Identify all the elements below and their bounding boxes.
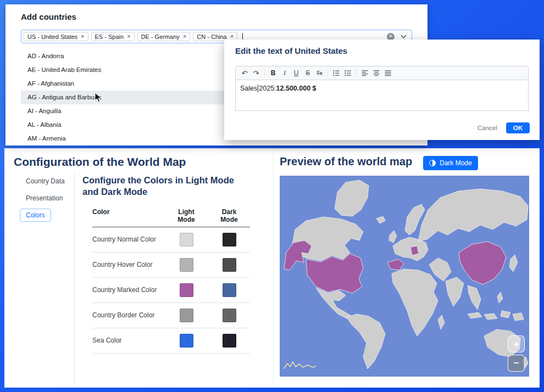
half-circle-contrast-icon bbox=[429, 160, 436, 166]
ordered-list-icon[interactable] bbox=[333, 70, 340, 76]
edit-text-dialog: Edit the text of United States ↶ ↷ B I U… bbox=[224, 40, 540, 140]
bold-button[interactable]: B bbox=[270, 69, 276, 77]
screen: Add countries US - United States × ES - … bbox=[0, 0, 544, 392]
colors-section-title: Configure the Colors in Light Mode and D… bbox=[82, 175, 245, 198]
unordered-list-icon[interactable] bbox=[345, 70, 351, 76]
redo-icon[interactable]: ↷ bbox=[253, 69, 259, 77]
preview-title: Preview of the world map bbox=[280, 155, 412, 168]
tab-colors[interactable]: Colors bbox=[20, 209, 51, 222]
sidebar-divider bbox=[74, 173, 75, 384]
dark-mode-swatch[interactable] bbox=[223, 283, 236, 297]
chip-label: CN - China bbox=[197, 33, 226, 40]
dark-mode-toggle-button[interactable]: Dark Mode bbox=[423, 156, 478, 170]
toolbar-divider bbox=[264, 69, 265, 77]
country-spain-marked bbox=[387, 259, 404, 270]
chip-remove-icon[interactable]: × bbox=[127, 33, 130, 40]
align-left-icon[interactable] bbox=[362, 70, 368, 76]
region-russia-asia bbox=[418, 189, 528, 242]
color-row-label: Country Normal Color bbox=[92, 234, 164, 244]
table-row: Country Hover Color bbox=[92, 253, 250, 278]
light-mode-swatch[interactable] bbox=[180, 283, 193, 297]
table-row: Country Normal Color bbox=[92, 227, 250, 253]
region-southeast-asia bbox=[468, 285, 481, 310]
map-attribution-signature bbox=[283, 359, 317, 371]
color-row-label: Country Marked Color bbox=[92, 285, 164, 295]
light-mode-swatch[interactable] bbox=[180, 309, 193, 322]
table-row: Country Border Color bbox=[92, 303, 250, 328]
column-header-color: Color bbox=[92, 208, 164, 223]
zoom-in-button[interactable]: + bbox=[508, 335, 525, 352]
color-row-label: Country Border Color bbox=[92, 310, 164, 320]
editor-text-bold: 12.500.000 $ bbox=[276, 84, 317, 94]
editor-text: 2025: bbox=[259, 84, 276, 94]
region-indonesia bbox=[468, 312, 482, 318]
zoom-out-button[interactable]: − bbox=[508, 355, 525, 372]
column-header-dark-mode: Dark Mode bbox=[208, 208, 250, 223]
align-justify-icon[interactable] bbox=[385, 70, 391, 76]
undo-icon[interactable]: ↶ bbox=[241, 69, 248, 77]
chip-label: DE - Germany bbox=[141, 33, 180, 40]
light-mode-swatch[interactable] bbox=[180, 233, 193, 247]
color-table-header: Color Light Mode Dark Mode bbox=[92, 208, 250, 227]
edit-dialog-footer: Cancel OK bbox=[478, 122, 530, 133]
dark-mode-swatch[interactable] bbox=[223, 334, 236, 348]
column-header-light-mode: Light Mode bbox=[164, 208, 208, 223]
chip-label: ES - Spain bbox=[95, 33, 124, 40]
dark-mode-swatch[interactable] bbox=[223, 233, 236, 247]
color-row-label: Sea Color bbox=[92, 335, 164, 345]
add-countries-title: Add countries bbox=[21, 12, 76, 21]
clear-formatting-icon[interactable]: Tx bbox=[316, 70, 323, 76]
underline-button[interactable]: U bbox=[293, 69, 299, 77]
rte-toolbar: ↶ ↷ B I U S Tx bbox=[235, 66, 529, 80]
tab-country-data[interactable]: Country Data bbox=[20, 175, 71, 188]
edit-dialog-title: Edit the text of United States bbox=[235, 46, 347, 55]
mouse-pointer-cursor bbox=[95, 92, 103, 103]
dark-mode-swatch[interactable] bbox=[223, 309, 236, 322]
italic-button[interactable]: I bbox=[281, 69, 288, 77]
country-united-kingdom bbox=[389, 231, 397, 243]
config-tabs: Country Data Presentation Colors bbox=[20, 175, 71, 222]
light-mode-swatch[interactable] bbox=[180, 334, 193, 348]
region-indonesia bbox=[501, 311, 510, 318]
colors-config-section: Configure the Colors in Light Mode and D… bbox=[82, 175, 264, 354]
config-panel-title: Configuration of the World Map bbox=[14, 155, 186, 169]
country-japan bbox=[509, 255, 518, 272]
light-mode-swatch[interactable] bbox=[180, 258, 193, 272]
continent-europe bbox=[393, 237, 428, 261]
continent-africa bbox=[392, 269, 438, 336]
toolbar-divider bbox=[356, 69, 357, 77]
strikethrough-button[interactable]: S bbox=[304, 69, 311, 77]
continent-south-america bbox=[347, 314, 385, 369]
chip-remove-icon[interactable]: × bbox=[230, 33, 234, 40]
rich-text-editor: ↶ ↷ B I U S Tx bbox=[235, 66, 529, 111]
table-row: Sea Color bbox=[92, 328, 250, 354]
country-iceland bbox=[376, 216, 385, 223]
island-new-guinea bbox=[513, 313, 524, 321]
selected-country-chip[interactable]: ES - Spain × bbox=[91, 32, 135, 41]
cancel-button[interactable]: Cancel bbox=[478, 125, 497, 131]
region-indonesia bbox=[484, 313, 497, 320]
panel-divider bbox=[273, 148, 274, 388]
chip-remove-icon[interactable]: × bbox=[81, 33, 84, 40]
country-india bbox=[446, 277, 464, 306]
world-map-preview[interactable]: + − bbox=[280, 176, 529, 377]
color-table: Color Light Mode Dark Mode Country Norma… bbox=[92, 208, 250, 354]
selected-country-chip[interactable]: US - United States × bbox=[24, 32, 88, 41]
country-china-marked bbox=[459, 242, 506, 284]
dark-mode-swatch[interactable] bbox=[223, 258, 236, 272]
world-map-config-panel: Configuration of the World Map Country D… bbox=[4, 148, 540, 388]
chip-remove-icon[interactable]: × bbox=[183, 33, 186, 40]
chip-label: US - United States bbox=[27, 33, 77, 40]
rte-text-area[interactable]: Sales 2025: 12.500.000 $ bbox=[235, 80, 529, 111]
align-center-icon[interactable] bbox=[373, 70, 380, 76]
color-row-label: Country Hover Color bbox=[92, 260, 164, 270]
country-germany-marked bbox=[410, 246, 419, 255]
ok-button[interactable]: OK bbox=[506, 122, 530, 133]
country-canada bbox=[292, 217, 363, 261]
toolbar-divider bbox=[327, 69, 328, 77]
tab-presentation[interactable]: Presentation bbox=[20, 192, 69, 205]
editor-text: Sales bbox=[240, 84, 257, 94]
chevron-down-icon[interactable] bbox=[401, 35, 407, 38]
table-row: Country Marked Color bbox=[92, 278, 250, 303]
selected-country-chip[interactable]: DE - Germany × bbox=[137, 32, 191, 41]
